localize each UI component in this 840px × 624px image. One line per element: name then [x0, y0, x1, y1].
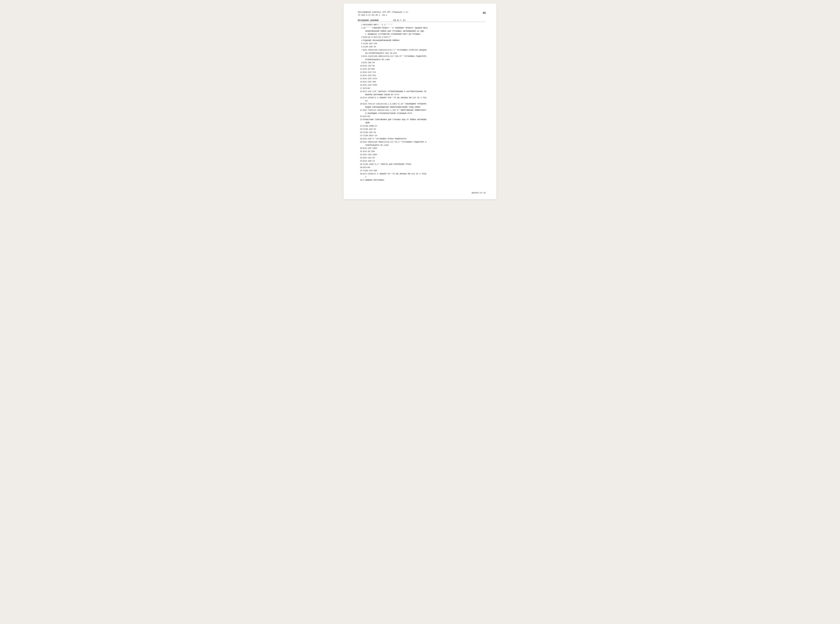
continuation-line: ТОПИТЕЛЬНОГО МС-140# — [358, 144, 486, 147]
list-item: 4РЗДАНИЕ МЕХАНИЗИРОВАННОЙ МОЙКИ# — [358, 39, 486, 42]
line-text: Е16-233'147# — [363, 77, 486, 80]
list-item: 8Е18-112#С130-3002(А2+В,13)'138,57''УСТА… — [358, 55, 486, 61]
line-number: 16 — [358, 83, 362, 86]
footer-text: ЦPCЛГО-24 62 — [472, 192, 486, 194]
list-item: 185323003'НВГ1'''1.1'''''* — [358, 23, 486, 26]
line-number: 33 — [358, 156, 362, 159]
continuation-line: НИЗИРОВАННОЙ МОЙКИ ДЛЯ ГРУЗОВЫХ АВТОМОБИ… — [358, 30, 486, 33]
list-item: 3Н10=16,5'Н12=15,3'Н21=7* — [358, 36, 486, 39]
line-number: 39 — [358, 179, 362, 182]
list-item: 16Е16-219'370# — [358, 83, 486, 86]
line-number: 17 — [358, 87, 362, 90]
list-item: 27С130-2027'2# — [358, 134, 486, 137]
line-text: К'ЦМВИНА'ПОСТНОВА# — [363, 179, 486, 182]
line-text: Е16-234'35# — [363, 80, 486, 83]
line-number: 24 — [358, 125, 362, 128]
line-number: 2 — [358, 26, 362, 29]
list-item: 29Е18-109#С130-3002(А2+В,13)'43,3''УСТАН… — [358, 141, 486, 147]
footer: ЦPCЛГО-24 62 — [472, 192, 486, 194]
list-item: 7Е20-756#С130-2494(А2+272)'1''УСТАНОВКА … — [358, 49, 486, 55]
list-item: 18Е13-125'170''ОКРАСКА ТРУБОПРОВОДОВ И Н… — [358, 90, 486, 96]
line-number: 3 — [358, 36, 362, 39]
line-number: 38 — [358, 172, 362, 175]
line-number: 4 — [358, 39, 362, 42]
line-text: С130-103'2# — [363, 128, 486, 131]
list-item: 9Е18-196'5# — [358, 61, 486, 64]
line-text: Н21=0# — [363, 166, 486, 169]
page: Программный комплекс АРС-ЗРС (Редакция 1… — [344, 3, 496, 199]
line-text: 10''''''РАБОЧИЙ ПРОЕКТ'''К ТИПОВОМУ ПРОЕ… — [363, 26, 486, 29]
line-text: Е16-219'370# — [363, 83, 486, 86]
list-item: 24С130-265В'1# — [358, 125, 486, 128]
line-number: 28 — [358, 137, 362, 141]
line-number: 30 — [358, 147, 362, 150]
list-item: 10Е18-132'8# — [358, 65, 486, 68]
list-item: 34Е18-196'1# — [358, 160, 486, 163]
section-meta: (П.Н.= 1) — [393, 19, 406, 22]
line-number: 1 — [358, 23, 362, 26]
line-number: 35 — [358, 163, 362, 166]
line-text: С130-265В'1# — [363, 125, 486, 128]
continuation-line: ЛЕЙ# — [358, 121, 486, 124]
line-text: Е16-232'165# — [363, 147, 486, 150]
line-number: 19 — [358, 96, 362, 99]
line-number: 34 — [358, 160, 362, 163]
line-number: 20 — [358, 102, 362, 105]
tech-info: ТЛ 503-5-37.95 ЛЛ.4 ·КН.1 — [358, 14, 408, 17]
list-item: 39К'ЦМВИНА'ПОСТНОВА# — [358, 179, 486, 182]
continuation-line: ИБОРОВ БИТУМНЫМ ЛАКОМ ВТ-577# — [358, 93, 486, 96]
line-text: С130-103'14# — [363, 42, 486, 45]
continuation-line: И ИЗОЛЯЦИИ СТЕКЛОПЛАСТИКОМ РУЛОННЫМ РСТ# — [358, 112, 486, 115]
list-item: 20Е20-7#С114-149(А2+30,1.0,980)'0,25''ИЗ… — [358, 102, 486, 109]
list-item: 15Е16-234'35# — [358, 80, 486, 83]
page-number: 65 — [483, 12, 486, 14]
continuation-line: ВОДОВ ПОЛУЦИЛИНДРАМИ МИНЕРАЛОВАТНЫМИ ТОЛ… — [358, 106, 486, 109]
list-item: 33Е18-132'6# — [358, 156, 486, 159]
list-item: 32Е16-219'195# — [358, 153, 486, 156]
line-text: Н21=0# — [363, 87, 486, 90]
line-number: 23 — [358, 118, 362, 121]
list-item: 38Е13-153#К=2 К ОБЪЕМУ'45''ТО ЖЕ,ЭМАЛЬЮ … — [358, 172, 486, 179]
list-item: 28Е18-229'3''УСТАНОВКА КРАНА МАЕВСКОГО# — [358, 137, 486, 141]
line-text: С130-104'4# — [363, 131, 486, 134]
list-item: 22Н21=2# — [358, 115, 486, 118]
section-header: ИСХОДНЫЕ ДАННЫЕ (П.Н.= 1) — [358, 19, 486, 22]
list-item: 35С130-2305'3,2''ХОМУТЫ ДЛЯ КРЕПЛЕНИЯ ТР… — [358, 163, 486, 166]
line-text: Е13-125'170''ОКРАСКА ТРУБОПРОВОДОВ И НАГ… — [363, 90, 486, 93]
continuation-line: У ЛИНИЮ#НА УСТРОЙСТВО ОТОПЛЕНИЯ'ЧЕРТ.ОВ'… — [358, 33, 486, 36]
list-item: 36Н21=0# — [358, 166, 486, 169]
line-number: 37 — [358, 169, 362, 172]
line-text: С130-105'4# — [363, 45, 486, 48]
line-text: С130-125'20# — [363, 169, 486, 172]
line-number: 36 — [358, 166, 362, 169]
continuation-line: А# — [358, 99, 486, 102]
line-text: Е18-109#С130-3002(А2+В,13)'43,3''УСТАНОВ… — [363, 141, 486, 144]
list-item: 30Е16-232'165# — [358, 147, 486, 150]
line-text: Е26-73#С114-190(А2+101.1,10)'9''ОБЕРТЫВА… — [363, 109, 486, 112]
list-item: 13Е16-232'61# — [358, 74, 486, 77]
header: Программный комплекс АРС-ЗРС (Редакция 1… — [358, 11, 486, 17]
line-number: 15 — [358, 80, 362, 83]
list-item: 17Н21=0# — [358, 87, 486, 90]
list-item: 31Е16-35'20# — [358, 150, 486, 153]
line-number: 31 — [358, 150, 362, 153]
line-text: Е16-231'47# — [363, 71, 486, 74]
list-item: 14Е16-233'147# — [358, 77, 486, 80]
line-number: 10 — [358, 65, 362, 68]
line-number: 12 — [358, 71, 362, 74]
line-text: Е20-756#С130-2494(А2+272)'1''УСТАНОВКА А… — [363, 49, 486, 52]
line-text: Е18-196'1# — [363, 160, 486, 163]
line-text: Е16-35'80# — [363, 68, 486, 71]
line-number: 9 — [358, 61, 362, 64]
line-text: Н10=16,5'Н12=15,3'Н21=7* — [363, 36, 486, 39]
line-number: 27 — [358, 134, 362, 137]
line-number: 13 — [358, 74, 362, 77]
list-item: 210''''''РАБОЧИЙ ПРОЕКТ'''К ТИПОВОМУ ПРО… — [358, 26, 486, 36]
line-number: 14 — [358, 77, 362, 80]
line-text: Н21=2# — [363, 115, 486, 118]
line-text: Е13-153#К=2 К ОБЪЕМУ'340''ТО ЖЕ,ЭМАЛЬЮ П… — [363, 96, 486, 99]
line-number: 5 — [358, 42, 362, 45]
continuation-line: НО-ОТОПИТЕЛЬНОГО АО2-10-01# — [358, 52, 486, 55]
line-text: 85323003'НВГ1'''1.1'''''* — [363, 23, 486, 26]
program-title: Программный комплекс АРС-ЗРС (Редакция 1… — [358, 11, 408, 14]
